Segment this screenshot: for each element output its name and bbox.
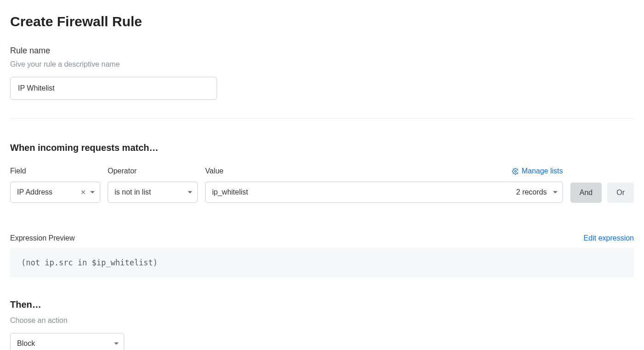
caret-down-icon: [114, 341, 119, 346]
gear-icon: [512, 168, 519, 175]
field-column-label: Field: [10, 167, 100, 175]
and-button[interactable]: And: [570, 183, 602, 203]
match-heading: When incoming requests match…: [10, 143, 634, 153]
manage-lists-label: Manage lists: [522, 167, 563, 175]
page-title: Create Firewall Rule: [10, 14, 634, 29]
expression-preview-box: (not ip.src in $ip_whitelist): [10, 248, 634, 277]
operator-select-value: is not in list: [115, 188, 151, 196]
caret-down-icon: [187, 189, 193, 195]
value-column-label: Value: [205, 167, 224, 175]
operator-select[interactable]: is not in list: [108, 182, 198, 203]
value-select-value: ip_whitelist: [212, 188, 248, 196]
action-select[interactable]: Block: [10, 333, 124, 350]
clear-field-icon[interactable]: ✕: [79, 188, 88, 197]
or-button[interactable]: Or: [607, 183, 634, 203]
caret-down-icon: [90, 189, 95, 195]
manage-lists-link[interactable]: Manage lists: [512, 167, 563, 175]
operator-column-label: Operator: [108, 167, 198, 175]
choose-action-label: Choose an action: [10, 316, 634, 325]
value-records-text: 2 records: [516, 188, 547, 196]
action-select-value: Block: [17, 339, 35, 348]
caret-down-icon: [552, 189, 558, 195]
field-select-value: IP Address: [17, 188, 52, 196]
value-select[interactable]: ip_whitelist 2 records: [205, 182, 563, 203]
expression-preview-title: Expression Preview: [10, 234, 75, 242]
rule-name-helper: Give your rule a descriptive name: [10, 60, 634, 69]
svg-point-0: [515, 170, 517, 172]
rule-name-input[interactable]: [10, 77, 217, 100]
rule-name-label: Rule name: [10, 46, 634, 56]
then-heading: Then…: [10, 299, 634, 310]
divider: [10, 118, 634, 119]
edit-expression-link[interactable]: Edit expression: [584, 234, 634, 242]
field-select[interactable]: IP Address ✕: [10, 182, 100, 203]
